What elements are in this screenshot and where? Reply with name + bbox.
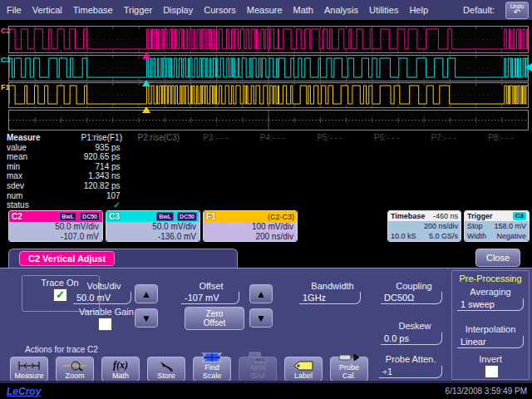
measure-column-p8: P8:- - - (472, 133, 530, 210)
row-label-sdev: sdev (7, 181, 41, 191)
f1-trigger-marker-icon[interactable] (142, 106, 150, 113)
p5-header: P5:- - - (301, 133, 358, 143)
menu-measure[interactable]: Measure (247, 5, 283, 15)
measure-column-p3: P3:- - - (187, 133, 244, 210)
menu-display[interactable]: Display (163, 5, 193, 15)
p1-mean: 920.65 ps (73, 152, 131, 162)
p1-max: 1.343 ns (73, 171, 131, 181)
p1-header: P1:rise(F1) (73, 133, 131, 143)
offset-down-button[interactable]: ▼ (249, 308, 273, 328)
c3-trace-label[interactable]: C3 (1, 57, 11, 64)
zero-offset-button[interactable]: Zero Offset (185, 307, 244, 330)
c2-descriptor-box[interactable]: C2 BwL DC50 50.0 mV/div -107.0 mV (8, 210, 103, 242)
math-action-label: Math (112, 372, 129, 380)
find-scale-action-button[interactable]: Find Scale (193, 357, 231, 382)
timebase-rate: 5.0 GS/s (429, 231, 458, 241)
averaging-field[interactable]: 1 sweep (457, 298, 524, 311)
pre-processing-panel: Pre-Processing Averaging 1 sweep Interpo… (451, 270, 530, 380)
trigger-mode: Stop (467, 221, 483, 231)
volts-div-down-button[interactable]: ▼ (135, 308, 158, 328)
grid-strip-empty[interactable] (8, 110, 529, 131)
f1-waveform (9, 83, 528, 107)
c3-descriptor-header: C3 BwL DC50 (106, 211, 200, 222)
clock-timestamp: 6/13/2008 3:59:49 PM (446, 387, 527, 396)
actions-for-trace-label: Actions for trace C2 (25, 345, 98, 354)
oscilloscope-screen: File Vertical Timebase Trigger Display C… (0, 0, 532, 399)
offset-field[interactable]: -107 mV (181, 292, 239, 304)
variable-gain-checkbox[interactable] (98, 318, 112, 331)
menu-file[interactable]: File (7, 5, 22, 15)
status-bar: LeCroy 6/13/2008 3:59:49 PM (0, 381, 532, 399)
trigger-descriptor-box[interactable]: Trigger C3 Stop 158.0 mV Width Negative (464, 210, 530, 242)
c2-trigger-marker-icon[interactable] (142, 52, 150, 59)
interpolation-label: Interpolation (456, 324, 525, 334)
measure-action-button[interactable]: Measure (10, 357, 48, 382)
timebase-offset: -460 ns (433, 212, 458, 220)
invert-checkbox[interactable] (485, 365, 499, 378)
c2-offset: -107.0 mV (61, 232, 99, 242)
c3-descriptor-box[interactable]: C3 BwL DC50 50.0 mV/div -136.0 mV (106, 210, 200, 242)
zero-offset-line1: Zero (206, 309, 224, 318)
c2-id: C2 (12, 212, 22, 221)
math-fx-icon: f(x) (113, 359, 128, 372)
probe-atten-field[interactable]: ÷1 (379, 366, 442, 378)
volts-div-field[interactable]: 50.0 mV (73, 292, 131, 304)
store-icon (157, 359, 175, 372)
c2-trace-label[interactable]: C2 (1, 27, 11, 35)
timebase-body: 200 ns/div 10.0 kS 5.0 GS/s (388, 221, 461, 241)
row-label-status: status (7, 200, 41, 210)
p7-header: P7:- - - (416, 133, 473, 143)
c2-vdiv: 50.0 mV/div (55, 222, 99, 232)
c2-descriptor-header: C2 BwL DC50 (9, 211, 102, 222)
menu-trigger[interactable]: Trigger (124, 5, 152, 15)
menu-analysis[interactable]: Analysis (324, 5, 358, 15)
p6-header: P6:- - - (358, 133, 416, 143)
trigger-header: Trigger C3 (465, 211, 529, 221)
interpolation-field[interactable]: Linear (457, 336, 524, 348)
find-scale-icon (201, 352, 223, 363)
trigger-slope: Negative (496, 231, 526, 241)
label-action-button[interactable]: Label (284, 357, 323, 382)
next-grid-action-button[interactable]: Next Grid (239, 357, 277, 382)
trigger-title: Trigger (467, 212, 493, 220)
f1-tdiv: 200 ns/div (255, 232, 293, 242)
c3-trigger-marker-icon[interactable] (142, 80, 150, 86)
trace-on-checkbox[interactable]: ✓ (53, 288, 67, 302)
zoom-action-label: Zoom (65, 372, 84, 380)
volts-div-up-button[interactable]: ▲ (135, 284, 158, 303)
close-button[interactable]: Close (475, 249, 520, 267)
menu-math[interactable]: Math (293, 5, 313, 15)
zoom-action-button[interactable]: Zoom (56, 357, 94, 382)
menu-utilities[interactable]: Utilities (369, 5, 398, 15)
menu-help[interactable]: Help (409, 5, 428, 15)
timebase-header: Timebase -460 ns (388, 211, 461, 221)
grid-strip-f1[interactable] (8, 82, 529, 108)
variable-gain-label: Variable Gain (70, 307, 143, 317)
check-icon: ✓ (56, 290, 65, 300)
coupling-field[interactable]: DC50Ω (381, 292, 442, 304)
store-action-button[interactable]: Store (147, 357, 185, 382)
grid-strip-c2[interactable] (8, 26, 529, 53)
timebase-descriptor-box[interactable]: Timebase -460 ns 200 ns/div 10.0 kS 5.0 … (387, 210, 461, 242)
menu-vertical[interactable]: Vertical (32, 5, 62, 15)
deskew-field[interactable]: 0.0 ps (381, 332, 442, 345)
zoom-icon (62, 359, 88, 372)
offset-up-button[interactable]: ▲ (249, 284, 273, 303)
probe-cal-action-button[interactable]: Probe Cal. (330, 357, 368, 382)
c3-offset: -136.0 mV (158, 232, 196, 242)
bandwidth-field[interactable]: 1GHz (299, 292, 361, 304)
timebase-title: Timebase (391, 212, 425, 220)
undo-button[interactable]: Undo ↶ (505, 2, 529, 19)
row-label-max: max (7, 171, 41, 181)
math-action-button[interactable]: f(x) Math (101, 357, 140, 382)
menu-timebase[interactable]: Timebase (73, 5, 113, 15)
row-label-num: num (7, 191, 41, 201)
c2-vertical-adjust-dialog: Trace On ✓ Volts/div 50.0 mV Variable Ga… (0, 268, 532, 381)
f1-trace-label[interactable]: F1 (1, 84, 10, 91)
tab-label: C2 Vertical Adjust (19, 251, 115, 266)
tab-c2-vertical-adjust[interactable]: C2 Vertical Adjust (8, 249, 238, 268)
trigger-level-arrow-icon[interactable] (525, 63, 532, 71)
grid-strip-c3[interactable] (8, 55, 529, 81)
f1-descriptor-box[interactable]: F1 (C2-C3) 100 mV/div 200 ns/div (203, 210, 298, 242)
menu-cursors[interactable]: Cursors (204, 5, 236, 15)
